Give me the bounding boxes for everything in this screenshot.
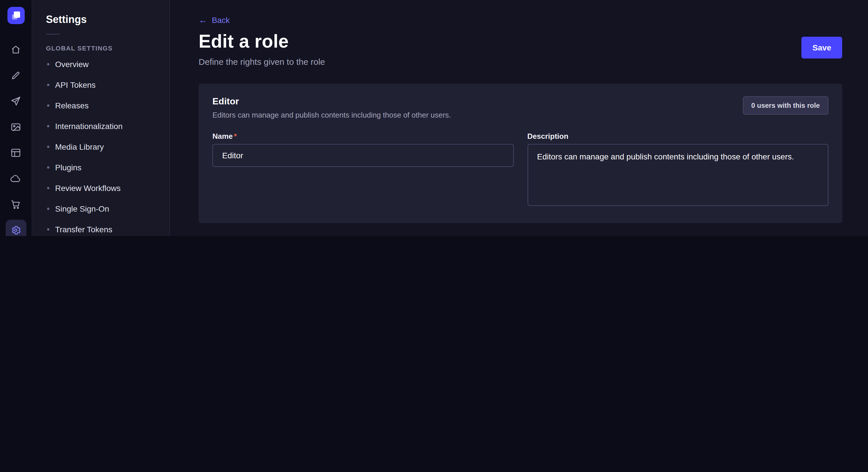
sidebar-item-internationalization[interactable]: Internationalization xyxy=(32,116,169,136)
name-input[interactable] xyxy=(212,144,514,167)
sidebar-item-review-workflows[interactable]: Review Workflows xyxy=(32,178,169,198)
sidebar-item-label: API Tokens xyxy=(55,80,96,90)
page-title: Edit a role xyxy=(198,31,325,52)
cloud-icon[interactable] xyxy=(5,168,26,189)
strapi-admin-app: KD Settings Global SettingsOverviewAPI T… xyxy=(0,0,868,236)
users-count-badge[interactable]: 0 users with this role xyxy=(743,96,828,115)
settings-sidebar: Settings Global SettingsOverviewAPI Toke… xyxy=(32,0,170,236)
role-form-fields: Name* Description Editors can manage and… xyxy=(212,132,828,208)
sidebar-item-label: Review Workflows xyxy=(55,183,121,193)
bullet-icon xyxy=(47,228,50,231)
page-header: Edit a role Define the rights given to t… xyxy=(198,31,842,67)
sidebar-item-label: Releases xyxy=(55,101,89,110)
bullet-icon xyxy=(47,63,50,65)
deploy-icon[interactable] xyxy=(5,91,26,111)
back-arrow-icon: ← xyxy=(198,15,207,24)
save-button[interactable]: Save xyxy=(802,37,842,59)
sidebar-item-overview[interactable]: Overview xyxy=(32,54,169,74)
sidebar-item-media-library[interactable]: Media Library xyxy=(32,136,169,157)
sidebar-divider xyxy=(46,34,60,34)
bullet-icon xyxy=(47,208,50,210)
bullet-icon xyxy=(47,84,50,86)
nav-rail: KD xyxy=(0,0,32,236)
page-subtitle: Define the rights given to the role xyxy=(198,57,325,67)
sidebar-item-label: Transfer Tokens xyxy=(55,225,112,234)
sidebar-item-label: Single Sign-On xyxy=(55,204,109,213)
name-label: Name* xyxy=(212,132,514,140)
bullet-icon xyxy=(47,104,50,107)
sidebar-section-label: Global Settings xyxy=(32,45,169,52)
role-card-header: Editor Editors can manage and publish co… xyxy=(212,96,828,119)
sidebar-item-label: Plugins xyxy=(55,163,82,172)
marketplace-icon[interactable] xyxy=(5,194,26,214)
required-mark: * xyxy=(234,132,237,140)
sidebar-title: Settings xyxy=(46,14,169,26)
main-content: ← Back Edit a role Define the rights giv… xyxy=(170,0,868,236)
sidebar-item-single-sign-on[interactable]: Single Sign-On xyxy=(32,198,169,219)
role-description-subtitle: Editors can manage and publish contents … xyxy=(212,111,451,119)
settings-icon[interactable] xyxy=(5,220,26,236)
rail-icon-list xyxy=(5,39,26,236)
back-label: Back xyxy=(212,15,229,24)
role-details-card: Editor Editors can manage and publish co… xyxy=(198,84,842,223)
description-input[interactable]: Editors can manage and publish contents … xyxy=(527,144,828,206)
sidebar-item-api-tokens[interactable]: API Tokens xyxy=(32,74,169,95)
bullet-icon xyxy=(47,125,50,127)
bullet-icon xyxy=(47,166,50,169)
sidebar-item-plugins[interactable]: Plugins xyxy=(32,157,169,178)
content-manager-icon[interactable] xyxy=(5,142,26,163)
sidebar-item-label: Internationalization xyxy=(55,122,123,131)
sidebar-item-transfer-tokens[interactable]: Transfer Tokens xyxy=(32,219,169,236)
sidebar-item-label: Media Library xyxy=(55,142,104,151)
home-icon[interactable] xyxy=(5,39,26,60)
media-library-icon[interactable] xyxy=(5,116,26,137)
bullet-icon xyxy=(47,146,50,148)
strapi-logo[interactable] xyxy=(7,7,24,24)
content-builder-icon[interactable] xyxy=(5,65,26,86)
back-link[interactable]: ← Back xyxy=(198,15,229,24)
strapi-logo-icon xyxy=(9,9,23,22)
sidebar-item-label: Overview xyxy=(55,60,89,69)
bullet-icon xyxy=(47,187,50,189)
sidebar-sections: Global SettingsOverviewAPI TokensRelease… xyxy=(32,45,169,236)
sidebar-item-releases[interactable]: Releases xyxy=(32,95,169,116)
role-name-heading: Editor xyxy=(212,96,451,107)
description-label: Description xyxy=(527,132,828,140)
